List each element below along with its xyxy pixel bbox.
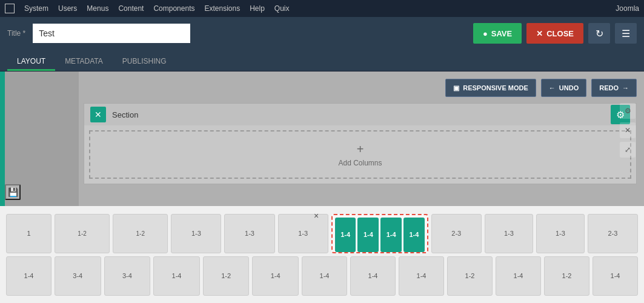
nav-quix[interactable]: Quix	[274, 4, 290, 13]
section-title: Section	[112, 110, 611, 119]
close-x-icon: ✕	[536, 29, 543, 38]
canvas-main: ▣ RESPONSIVE MODE ← UNDO REDO → ✕ Sectio…	[79, 72, 644, 206]
redo-label: REDO	[599, 84, 619, 92]
picker-1-4-h1[interactable]: 1-4	[335, 218, 356, 252]
picker-r2-1-4-a[interactable]: 1-4	[6, 256, 51, 296]
save-dot-icon: ●	[483, 29, 488, 38]
menu-button[interactable]: ☰	[615, 23, 637, 44]
undo-arrow-icon: ←	[549, 84, 556, 92]
picker-2-3-b[interactable]: 2-3	[588, 214, 638, 253]
nav-extensions[interactable]: Extensions	[204, 4, 240, 13]
add-columns-area[interactable]: + Add Columns	[89, 130, 631, 179]
picker-r2-1-2[interactable]: 1-2	[203, 256, 250, 296]
top-nav: System Users Menus Content Components Ex…	[0, 0, 644, 17]
tab-layout[interactable]: LAYOUT	[7, 53, 55, 71]
close-button[interactable]: ✕ CLOSE	[526, 23, 583, 44]
picker-1-3-a[interactable]: 1-3	[171, 214, 221, 253]
canvas-icon-x[interactable]: ✕	[620, 122, 636, 138]
picker-r2-1-2-b[interactable]: 1-2	[447, 256, 493, 296]
nav-help[interactable]: Help	[250, 4, 265, 13]
sidebar-left: 💾	[0, 72, 79, 206]
sidebar-save-icon-btn[interactable]: 💾	[5, 184, 21, 200]
title-input[interactable]	[33, 24, 190, 43]
picker-1-2-a[interactable]: 1-2	[55, 214, 110, 253]
refresh-button[interactable]: ↻	[588, 23, 610, 44]
picker-r2-1-2-c[interactable]: 1-2	[544, 256, 589, 296]
column-picker: × 1 1-2 1-2 1-3 1-3 1-3 1-4 1-4 1-4 1-4 …	[0, 206, 644, 303]
toolbar-actions: ● SAVE ✕ CLOSE ↻ ☰	[473, 23, 637, 44]
undo-label: UNDO	[559, 84, 579, 92]
picker-1[interactable]: 1	[6, 214, 51, 253]
picker-r2-1-4-e[interactable]: 1-4	[350, 256, 396, 296]
brand-label: Joomla	[616, 4, 639, 13]
responsive-mode-button[interactable]: ▣ RESPONSIVE MODE	[445, 79, 536, 97]
undo-button[interactable]: ← UNDO	[541, 79, 586, 97]
nav-menus[interactable]: Menus	[87, 4, 108, 13]
canvas-icon-settings[interactable]: ⚙	[620, 103, 636, 119]
picker-1-2-b[interactable]: 1-2	[113, 214, 168, 253]
picker-1-4-h2[interactable]: 1-4	[357, 218, 379, 252]
nav-home-icon[interactable]	[5, 4, 15, 13]
responsive-label: RESPONSIVE MODE	[463, 84, 528, 92]
responsive-icon: ▣	[453, 84, 459, 92]
add-columns-icon: +	[357, 142, 364, 156]
picker-r2-1-4-g[interactable]: 1-4	[496, 256, 541, 296]
title-label: Title *	[7, 29, 25, 38]
close-label: CLOSE	[546, 29, 574, 38]
section-close-button[interactable]: ✕	[90, 107, 106, 122]
add-columns-label: Add Columns	[338, 159, 382, 167]
picker-1-4-h4[interactable]: 1-4	[403, 218, 425, 252]
tab-metadata[interactable]: METADATA	[55, 53, 113, 71]
picker-1-3-c[interactable]: 1-3	[278, 214, 328, 253]
picker-r2-3-4-b[interactable]: 3-4	[104, 256, 151, 296]
nav-content[interactable]: Content	[118, 4, 144, 13]
picker-1-4-h3[interactable]: 1-4	[380, 218, 402, 252]
save-label: SAVE	[491, 29, 512, 38]
picker-1-3-b[interactable]: 1-3	[224, 214, 274, 253]
picker-r2-3-4-a[interactable]: 3-4	[55, 256, 101, 296]
picker-2-3-a[interactable]: 2-3	[431, 214, 482, 253]
picker-close-button[interactable]: ×	[314, 211, 319, 221]
sidebar-icons: 💾	[5, 184, 21, 200]
picker-1-3-e[interactable]: 1-3	[536, 214, 585, 253]
main-toolbar: Title * ● SAVE ✕ CLOSE ↻ ☰	[0, 17, 644, 50]
picker-highlighted-group[interactable]: 1-4 1-4 1-4 1-4	[331, 214, 428, 253]
tab-publishing[interactable]: PUBLISHING	[113, 53, 176, 71]
picker-r2-1-4-c[interactable]: 1-4	[252, 256, 299, 296]
picker-1-3-d[interactable]: 1-3	[485, 214, 533, 253]
nav-system[interactable]: System	[24, 4, 48, 13]
redo-arrow-icon: →	[622, 84, 629, 92]
section-header: ✕ Section ⚙	[84, 104, 636, 125]
picker-r2-1-4-d[interactable]: 1-4	[302, 256, 347, 296]
nav-users[interactable]: Users	[58, 4, 77, 13]
picker-r2-1-4-f[interactable]: 1-4	[399, 256, 444, 296]
save-button[interactable]: ● SAVE	[473, 23, 522, 44]
sidebar-teal-bar	[0, 72, 5, 206]
nav-components[interactable]: Components	[153, 4, 194, 13]
section-block: ✕ Section ⚙ + Add Columns	[84, 103, 637, 184]
tabs-bar: LAYOUT METADATA PUBLISHING	[0, 50, 644, 72]
picker-row-1: 1 1-2 1-2 1-3 1-3 1-3 1-4 1-4 1-4 1-4 2-…	[6, 212, 638, 255]
redo-button[interactable]: REDO →	[591, 79, 637, 97]
picker-r2-1-4-h[interactable]: 1-4	[593, 256, 638, 296]
canvas-side-icons: ⚙ ✕ ⤢	[620, 103, 636, 158]
picker-row-2: 1-4 3-4 3-4 1-4 1-2 1-4 1-4 1-4 1-4 1-2 …	[6, 255, 638, 297]
canvas-toolbar: ▣ RESPONSIVE MODE ← UNDO REDO →	[84, 79, 637, 97]
canvas-icon-move[interactable]: ⤢	[620, 142, 636, 158]
canvas-area: 💾 ▣ RESPONSIVE MODE ← UNDO REDO → ✕ Sect…	[0, 72, 644, 206]
picker-r2-1-4-b[interactable]: 1-4	[153, 256, 200, 296]
